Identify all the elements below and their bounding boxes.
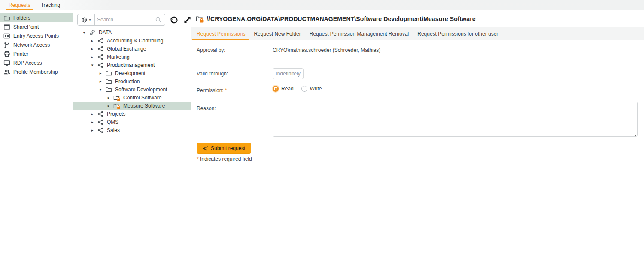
request-tabs: Request Permissions Request New Folder R… (191, 27, 644, 40)
tree-item-marketing[interactable]: ▸ Marketing (73, 53, 191, 61)
sidebar-item-profile-membership[interactable]: Profile Membership (0, 67, 73, 76)
folder-lock-icon (113, 94, 120, 101)
required-asterisk: * (197, 156, 199, 162)
approval-by-label: Approval by: (197, 47, 225, 53)
caret-right-icon[interactable]: ▸ (97, 79, 103, 84)
folder-lock-icon (196, 15, 204, 23)
valid-through-label: Valid through: (197, 71, 228, 77)
tree-item-software-development[interactable]: ▾ Software Development (73, 85, 191, 93)
sidebar-item-entry-access-points[interactable]: Entry Access Points (0, 31, 73, 40)
folder-icon (105, 70, 112, 77)
folder-icon (105, 86, 112, 93)
tree-item-development[interactable]: ▸ Development (73, 69, 191, 77)
radio-read[interactable]: Read (273, 86, 294, 92)
sidebar-item-sharepoint[interactable]: SharePoint (0, 22, 73, 31)
tab-request-permission-management-removal[interactable]: Request Permission Management Removal (305, 27, 413, 40)
tree-item-qms[interactable]: ▸ QMS (73, 118, 191, 126)
share-icon (97, 62, 104, 69)
tree-item-data[interactable]: ▾ DATA (73, 28, 191, 36)
caret-down-icon[interactable]: ▾ (81, 30, 87, 35)
caret-right-icon[interactable]: ▸ (89, 47, 95, 51)
required-asterisk: * (225, 87, 227, 93)
network-icon (3, 42, 10, 48)
expand-icon[interactable] (183, 15, 192, 24)
caret-right-icon[interactable]: ▸ (89, 39, 95, 43)
folder-lock-icon (113, 102, 120, 109)
share-icon (97, 54, 104, 60)
share-icon (97, 45, 104, 52)
caret-down-icon[interactable]: ▾ (97, 87, 103, 92)
folder-tree-panel: ▾ ▾ DATA ▸ Accounting & Controlling ▸ (73, 10, 191, 270)
tree-item-global-exchange[interactable]: ▸ Global Exchange (73, 45, 191, 53)
search-box: ▾ (77, 14, 165, 26)
app-window: Requests Tracking Folders SharePoint Ent… (0, 0, 644, 270)
tree-item-sales[interactable]: ▸ Sales (73, 126, 191, 134)
sidebar-item-folders[interactable]: Folders (0, 13, 73, 22)
tree-item-accounting-controlling[interactable]: ▸ Accounting & Controlling (73, 36, 191, 45)
caret-right-icon[interactable]: ▸ (97, 71, 103, 75)
folder-icon (3, 15, 10, 21)
link-icon (89, 29, 96, 36)
folder-icon (105, 78, 112, 85)
caret-right-icon[interactable]: ▸ (89, 128, 95, 132)
printer-icon (3, 51, 10, 57)
sharepoint-icon (3, 24, 10, 30)
share-icon (97, 119, 104, 126)
radio-unselected-icon (301, 86, 307, 92)
search-input[interactable] (95, 17, 155, 23)
tree-item-control-software[interactable]: ▸ Control Software (73, 93, 191, 102)
tab-tracking[interactable]: Tracking (38, 0, 63, 10)
tab-requests[interactable]: Requests (6, 0, 33, 10)
tree-item-measure-software[interactable]: ▸ Measure Software (73, 102, 191, 110)
required-field-note: * Indicates required field (197, 156, 252, 162)
share-icon (97, 111, 104, 117)
top-nav-bar: Requests Tracking (0, 0, 644, 10)
resource-type-sidebar: Folders SharePoint Entry Access Points N… (0, 10, 73, 270)
sidebar-item-rdp-access[interactable]: RDP Access (0, 58, 73, 67)
permission-radio-group: Read Write (273, 86, 322, 92)
tree-item-productmanagement[interactable]: ▾ Productmanagement (73, 61, 191, 69)
radio-write[interactable]: Write (301, 86, 322, 92)
caret-right-icon[interactable]: ▸ (106, 104, 112, 108)
caret-right-icon[interactable]: ▸ (106, 96, 112, 100)
caret-down-icon[interactable]: ▾ (89, 63, 95, 67)
share-icon (97, 127, 104, 134)
tab-request-new-folder[interactable]: Request New Folder (249, 27, 305, 40)
tree-item-production[interactable]: ▸ Production (73, 77, 191, 85)
reason-textarea[interactable] (273, 102, 638, 137)
permission-label: Permission: * (197, 87, 227, 93)
approval-by-value: CRYO\mathias.schroeder (Schroeder, Mathi… (273, 47, 380, 53)
reason-label: Reason: (197, 105, 216, 111)
folder-tree: ▾ DATA ▸ Accounting & Controlling ▸ Glob… (73, 28, 191, 134)
users-icon (3, 69, 10, 75)
valid-through-button[interactable]: Indefinitely (273, 68, 304, 79)
search-icon (155, 16, 162, 23)
globe-icon (81, 17, 88, 23)
tab-request-permissions-other-user[interactable]: Request Permissions for other user (413, 27, 502, 40)
tree-toolbar: ▾ (77, 14, 192, 26)
submit-request-button[interactable]: Submit request (197, 143, 251, 154)
tree-item-projects[interactable]: ▸ Projects (73, 110, 191, 118)
paper-plane-icon (202, 145, 208, 151)
caret-right-icon[interactable]: ▸ (89, 120, 95, 124)
tab-request-permissions[interactable]: Request Permissions (192, 27, 249, 40)
request-detail-panel: \\CRYOGENA.ORG\DATA\PRODUCTMANAGEMENT\So… (191, 10, 644, 270)
caret-right-icon[interactable]: ▸ (89, 55, 95, 59)
refresh-icon[interactable] (170, 15, 179, 24)
radio-selected-icon (273, 86, 279, 92)
chevron-down-icon: ▾ (89, 18, 91, 22)
monitor-icon (3, 60, 10, 66)
path-header: \\CRYOGENA.ORG\DATA\PRODUCTMANAGEMENT\So… (191, 10, 644, 27)
share-icon (97, 37, 104, 44)
sidebar-item-printer[interactable]: Printer (0, 49, 73, 58)
id-card-icon (3, 33, 10, 39)
search-scope-dropdown[interactable]: ▾ (78, 14, 95, 25)
caret-right-icon[interactable]: ▸ (89, 112, 95, 116)
sidebar-item-network-access[interactable]: Network Access (0, 40, 73, 49)
request-form: Approval by: CRYO\mathias.schroeder (Sch… (191, 40, 644, 270)
selected-path: \\CRYOGENA.ORG\DATA\PRODUCTMANAGEMENT\So… (207, 15, 476, 22)
